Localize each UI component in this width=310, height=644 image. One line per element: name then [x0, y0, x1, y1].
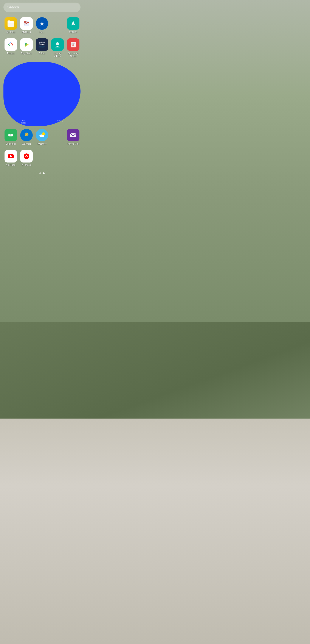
yahoomail-icon [67, 129, 79, 142]
page-dot-2[interactable] [43, 172, 44, 174]
members-icon [51, 38, 64, 51]
app-row-1: My Files MyChart Pa... PENUP [3, 16, 80, 34]
snotes-label: Samsung Notes [68, 52, 78, 58]
partial-cal-label: cal>lock [21, 120, 26, 124]
paramount-icon [36, 17, 48, 30]
app-snotes[interactable]: S Samsung Notes [66, 38, 80, 58]
empty-slot-2 [50, 149, 65, 167]
app-members[interactable]: msung mbers [50, 38, 65, 58]
app-row-bottom-1: Voicemail ✳ Walmart Weather [3, 128, 80, 146]
empty-slot-3 [66, 149, 80, 167]
empty-slot-1 [35, 149, 49, 167]
ytmusic-icon [20, 150, 33, 162]
page-dot-1[interactable] [39, 172, 41, 174]
my-files-icon [4, 17, 17, 30]
prime-label: Prime [39, 52, 45, 55]
app-walmart[interactable]: ✳ Walmart [19, 128, 33, 146]
app-youtube[interactable]: YouTube [3, 149, 18, 167]
svg-text:✳: ✳ [24, 132, 29, 137]
partial-app-labels: cal>lock ica O, [3, 120, 80, 124]
svg-marker-6 [71, 21, 75, 26]
members-label: msung mbers [54, 52, 61, 58]
svg-rect-3 [24, 21, 26, 23]
app-prime[interactable]: primevideo amazon Prime [35, 38, 49, 58]
voicemail-label: Voicemail [6, 142, 16, 145]
svg-point-26 [41, 135, 44, 137]
penup-icon [67, 17, 79, 30]
app-yahoomail[interactable]: Yahoo Mail [66, 128, 80, 146]
voicemail-icon [4, 129, 17, 142]
my-files-label: My Files [6, 31, 15, 34]
youtube-label: YouTube [6, 164, 15, 166]
app-voicemail[interactable]: Voicemail [3, 128, 18, 146]
playstore-label: Play Store [21, 52, 32, 55]
svg-rect-7 [7, 41, 15, 48]
search-placeholder: Search [7, 5, 19, 10]
app-row-bottom-2: YouTube YT Music [3, 149, 80, 167]
svg-rect-20 [9, 136, 12, 136]
svg-point-10 [56, 42, 59, 45]
app-penup[interactable]: PENUP [66, 16, 80, 34]
app-my-files[interactable]: My Files [3, 16, 18, 34]
walmart-icon: ✳ [20, 129, 33, 142]
weather-icon [36, 129, 48, 142]
blue-blob-overlay: cal>lock ica O, [3, 62, 80, 126]
weather-label: Weather [37, 142, 46, 145]
app-paramount[interactable]: Pa... [35, 16, 49, 34]
svg-point-35 [26, 156, 27, 157]
partial-ica-label: ica O, [57, 120, 63, 124]
prime-icon: primevideo amazon [36, 38, 48, 51]
svg-point-19 [11, 134, 13, 136]
youtube-icon [4, 150, 17, 162]
ytmusic-label: YT Music [21, 164, 31, 166]
app-photos[interactable]: Photos [3, 38, 18, 58]
app-weather[interactable]: Weather [35, 128, 49, 146]
yahoomail-label: Yahoo Mail [67, 142, 79, 145]
svg-rect-0 [7, 22, 14, 27]
app-mychart[interactable]: MyChart [19, 16, 33, 34]
photos-label: Photos [7, 52, 14, 55]
more-options-icon[interactable]: ⋮ [72, 5, 77, 10]
app-row-2: Photos Play Stor [3, 38, 80, 58]
mychart-label: MyChart [22, 31, 31, 34]
paramount-label: Pa... [40, 31, 44, 34]
mychart-icon [20, 17, 33, 30]
app-ytmusic[interactable]: YT Music [19, 149, 33, 167]
walmart-label: Walmart [22, 142, 31, 145]
penup-label: PENUP [69, 31, 77, 34]
snotes-icon: S [67, 38, 79, 51]
page-indicator [3, 172, 80, 176]
app-playstore[interactable]: Play Store [19, 38, 33, 58]
photos-icon [4, 38, 17, 51]
playstore-icon [20, 38, 33, 51]
search-bar[interactable]: Search ⋮ [3, 2, 80, 12]
svg-point-18 [8, 134, 10, 136]
